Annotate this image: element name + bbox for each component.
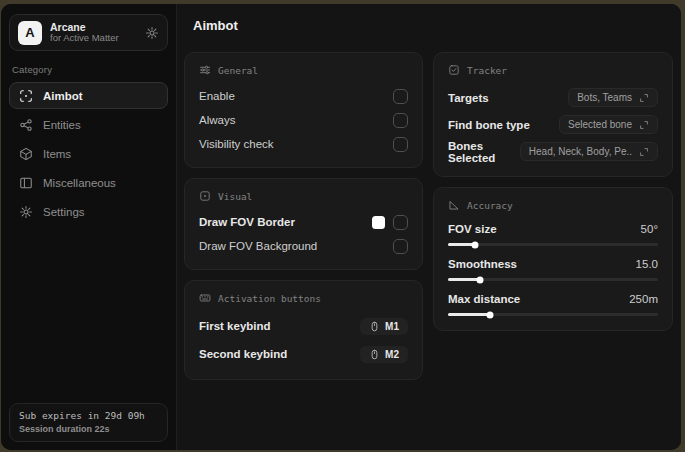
setting-label: Max distance (448, 293, 520, 305)
sidebar-item-label: Miscellaneous (43, 177, 116, 189)
mouse-icon (369, 349, 380, 360)
subscription-card: Sub expires in 29d 09h Session duration … (9, 403, 168, 442)
setting-label: FOV size (448, 223, 497, 235)
card-title: Tracker (467, 65, 507, 76)
slider-thumb[interactable] (476, 276, 483, 283)
mouse-icon (369, 321, 380, 332)
target-check-icon (448, 64, 460, 76)
keyboard-icon (199, 292, 211, 304)
setting-row-enable: Enable (199, 85, 408, 107)
accuracy-card: Accuracy FOV size 50° Smoothness (433, 187, 673, 331)
gear-icon (19, 205, 33, 219)
tracker-card: Tracker Targets Bots, Teams Find bone ty… (433, 52, 673, 177)
keybind-value: M2 (385, 349, 399, 360)
setting-row-fov-size: FOV size 50° (448, 220, 658, 246)
setting-label: Draw FOV Border (199, 216, 295, 228)
bones-selected-dropdown[interactable]: Head, Neck, Body, Pe.. (520, 142, 658, 161)
setting-row-bones-selected: Bones Selected Head, Neck, Body, Pe.. (448, 139, 658, 164)
sidebar-nav: Aimbot Entities Items Miscellaneous Sett… (9, 82, 168, 225)
tracker-card-header: Tracker (448, 64, 658, 76)
slider-thumb[interactable] (472, 241, 479, 248)
sidebar-item-label: Settings (43, 206, 85, 218)
sidebar-item-settings[interactable]: Settings (9, 198, 168, 225)
sidebar-item-miscellaneous[interactable]: Miscellaneous (9, 169, 168, 196)
draw-fov-border-checkbox[interactable] (393, 215, 408, 230)
slider-value: 50° (641, 223, 658, 235)
always-checkbox[interactable] (393, 113, 408, 128)
general-card-header: General (199, 64, 408, 76)
slider-thumb[interactable] (487, 311, 494, 318)
app-window: A Arcane for Active Matter Category Aimb… (1, 4, 681, 450)
column-left: General Enable Always Visibility check (184, 52, 423, 380)
sliders-icon (199, 64, 211, 76)
setting-label: Draw FOV Background (199, 240, 317, 252)
card-title: Accuracy (467, 200, 513, 211)
panels-icon (19, 176, 33, 190)
main-panel: Aimbot General Enable Always Visibility … (177, 4, 681, 450)
visual-card-header: Visual (199, 190, 408, 202)
profile-text: Arcane for Active Matter (50, 21, 137, 44)
dropdown-value: Bots, Teams (577, 92, 632, 103)
profile-card[interactable]: A Arcane for Active Matter (9, 14, 168, 51)
slider-value: 250m (629, 293, 658, 305)
card-title: Visual (218, 191, 252, 202)
setting-label: Bones Selected (448, 140, 520, 164)
entities-icon (19, 118, 33, 132)
session-duration-text: Session duration 22s (19, 424, 158, 434)
slider-fill (448, 278, 480, 281)
fov-size-slider[interactable] (448, 243, 658, 246)
crosshair-icon (19, 89, 33, 103)
slider-value: 15.0 (636, 258, 658, 270)
sidebar-item-entities[interactable]: Entities (9, 111, 168, 138)
frame-dot-icon (199, 190, 211, 202)
setting-row-always: Always (199, 109, 408, 131)
setting-row-draw-fov-border: Draw FOV Border (199, 211, 408, 233)
sidebar-item-aimbot[interactable]: Aimbot (9, 82, 168, 109)
setting-label: Find bone type (448, 119, 530, 131)
setting-label: Targets (448, 92, 489, 104)
sidebar: A Arcane for Active Matter Category Aimb… (1, 4, 177, 450)
expand-icon (639, 120, 649, 130)
gear-icon[interactable] (145, 26, 159, 40)
setting-row-second-keybind: Second keybind M2 (199, 341, 408, 367)
setting-row-first-keybind: First keybind M1 (199, 313, 408, 339)
setting-row-draw-fov-background: Draw FOV Background (199, 235, 408, 257)
setting-label: Enable (199, 90, 235, 102)
fov-border-color-swatch[interactable] (372, 216, 385, 229)
sidebar-item-label: Items (43, 148, 71, 160)
sub-expires-text: Sub expires in 29d 09h (19, 410, 158, 421)
enable-checkbox[interactable] (393, 89, 408, 104)
column-right: Tracker Targets Bots, Teams Find bone ty… (433, 52, 673, 331)
expand-icon (639, 147, 649, 157)
visibility-check-checkbox[interactable] (393, 137, 408, 152)
find-bone-type-dropdown[interactable]: Selected bone (559, 115, 658, 134)
sidebar-item-items[interactable]: Items (9, 140, 168, 167)
draw-fov-background-checkbox[interactable] (393, 239, 408, 254)
page-title: Aimbot (193, 18, 238, 33)
app-logo: A (18, 21, 42, 45)
first-keybind-button[interactable]: M1 (360, 318, 408, 335)
sidebar-item-label: Aimbot (43, 90, 83, 102)
activation-card-header: Activation buttons (199, 292, 408, 304)
angle-icon (448, 199, 460, 211)
second-keybind-button[interactable]: M2 (360, 346, 408, 363)
sidebar-item-label: Entities (43, 119, 81, 131)
setting-label: Visibility check (199, 138, 274, 150)
card-title: General (218, 65, 258, 76)
smoothness-slider[interactable] (448, 278, 658, 281)
setting-label: Smoothness (448, 258, 517, 270)
targets-dropdown[interactable]: Bots, Teams (568, 88, 658, 107)
dropdown-value: Selected bone (568, 119, 632, 130)
visual-card: Visual Draw FOV Border Draw FOV Backgrou… (184, 178, 423, 270)
setting-label: First keybind (199, 320, 271, 332)
app-subtitle: for Active Matter (50, 33, 137, 44)
cube-icon (19, 147, 33, 161)
setting-row-find-bone-type: Find bone type Selected bone (448, 112, 658, 137)
max-distance-slider[interactable] (448, 313, 658, 316)
setting-row-visibility-check: Visibility check (199, 133, 408, 155)
activation-buttons-card: Activation buttons First keybind M1 Seco… (184, 280, 423, 380)
general-card: General Enable Always Visibility check (184, 52, 423, 168)
dropdown-value: Head, Neck, Body, Pe.. (529, 146, 632, 157)
setting-label: Second keybind (199, 348, 287, 360)
category-label: Category (12, 64, 165, 75)
